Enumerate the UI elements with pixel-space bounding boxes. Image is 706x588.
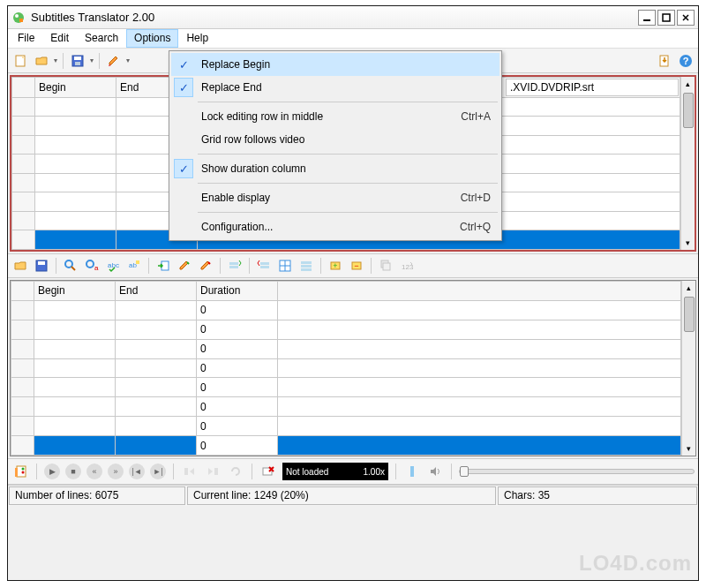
scroll-up-icon[interactable]: ▴: [686, 77, 690, 91]
frame-fwd-icon[interactable]: [204, 463, 222, 480]
cell-text[interactable]: [278, 397, 681, 417]
cell-begin[interactable]: [34, 417, 116, 436]
playlist-icon[interactable]: [11, 463, 29, 480]
help-icon[interactable]: ?: [677, 52, 695, 70]
menu-item-configuration[interactable]: Configuration...Ctrl+Q: [171, 215, 499, 238]
forward-button[interactable]: »: [108, 464, 124, 479]
table-row[interactable]: 0: [11, 397, 681, 417]
table-row[interactable]: 0: [11, 417, 681, 436]
grid-rows-icon[interactable]: [297, 257, 315, 275]
cell-begin[interactable]: [34, 358, 116, 378]
cell-begin[interactable]: [34, 436, 116, 456]
table-row[interactable]: 0: [11, 339, 681, 358]
vscrollbar[interactable]: ▴ ▾: [681, 281, 695, 456]
next-button[interactable]: ►|: [150, 464, 166, 479]
col-header-end[interactable]: End: [116, 282, 197, 301]
save2-icon[interactable]: [33, 257, 50, 275]
rewind-button[interactable]: «: [86, 464, 102, 479]
col-header-duration[interactable]: Duration: [197, 282, 278, 301]
cell-begin[interactable]: [34, 320, 116, 339]
menu-help[interactable]: Help: [178, 29, 216, 48]
seek-thumb[interactable]: [460, 466, 469, 477]
cell-text[interactable]: [278, 417, 681, 436]
spellcheck-all-icon[interactable]: ab: [125, 257, 143, 275]
cell-begin[interactable]: [34, 300, 116, 320]
play-button[interactable]: ▶: [44, 464, 60, 479]
search-replace-icon[interactable]: a: [83, 257, 101, 275]
menu-item-lock-editing-row-in-middle[interactable]: Lock editing row in middleCtrl+A: [171, 105, 499, 128]
cell-end[interactable]: [116, 397, 197, 417]
edit-row-icon[interactable]: [176, 257, 193, 275]
cell-begin[interactable]: [35, 192, 116, 212]
add-marker-icon[interactable]: +: [327, 257, 344, 275]
cell-duration[interactable]: 0: [197, 397, 278, 417]
scroll-thumb[interactable]: [684, 297, 695, 332]
insert-after-icon[interactable]: [255, 257, 273, 275]
table-row[interactable]: 0: [11, 300, 681, 320]
stop-button[interactable]: ■: [65, 464, 81, 479]
menu-item-show-duration-column[interactable]: ✓Show duration column: [171, 157, 499, 180]
new-file-icon[interactable]: [11, 52, 29, 70]
search-icon[interactable]: [62, 257, 79, 275]
minimize-button[interactable]: [638, 10, 656, 26]
cell-end[interactable]: [116, 417, 197, 436]
cell-text[interactable]: [278, 436, 681, 456]
cell-text[interactable]: [278, 300, 681, 320]
scroll-thumb[interactable]: [683, 93, 694, 128]
copy-down-icon[interactable]: [377, 257, 394, 275]
cell-begin[interactable]: [34, 378, 116, 397]
remove-marker-icon[interactable]: −: [348, 257, 365, 275]
cell-begin[interactable]: [34, 397, 116, 417]
scroll-down-icon[interactable]: ▾: [686, 236, 690, 250]
col-header-begin[interactable]: Begin: [35, 78, 116, 98]
cell-begin[interactable]: [35, 155, 116, 174]
menu-item-replace-end[interactable]: ✓Replace End: [171, 76, 499, 99]
target-grid[interactable]: Begin End Duration 00000000 ▴ ▾: [10, 280, 696, 456]
menu-edit[interactable]: Edit: [42, 29, 77, 48]
menu-file[interactable]: File: [10, 29, 42, 48]
cell-duration[interactable]: 0: [197, 339, 278, 358]
cell-duration[interactable]: 0: [197, 358, 278, 378]
frame-back-icon[interactable]: [181, 463, 199, 480]
menu-item-enable-display[interactable]: Enable displayCtrl+D: [171, 186, 499, 209]
cell-end[interactable]: [116, 358, 197, 378]
cell-duration[interactable]: 0: [197, 378, 278, 397]
cell-duration[interactable]: 0: [197, 320, 278, 339]
cell-text[interactable]: [278, 339, 681, 358]
volume-icon[interactable]: [426, 463, 444, 480]
export-icon[interactable]: [656, 52, 673, 70]
scroll-up-icon[interactable]: ▴: [687, 281, 691, 295]
table-row[interactable]: 0: [11, 378, 681, 397]
cell-duration[interactable]: 0: [197, 300, 278, 320]
open-file-icon[interactable]: [33, 52, 50, 70]
cell-begin[interactable]: [35, 230, 116, 250]
renumber-icon[interactable]: 123: [398, 257, 416, 275]
menu-item-replace-begin[interactable]: ✓Replace Begin: [171, 53, 499, 76]
cell-duration[interactable]: 0: [197, 417, 278, 436]
clear-video-icon[interactable]: [259, 463, 277, 480]
speed-slow-icon[interactable]: [403, 463, 421, 480]
col-header-text[interactable]: [278, 282, 681, 301]
cell-text[interactable]: [278, 320, 681, 339]
close-button[interactable]: [677, 10, 695, 26]
menu-item-grid-row-follows-video[interactable]: Grid row follows video: [171, 128, 499, 151]
save-icon[interactable]: [69, 52, 86, 70]
prev-button[interactable]: |◄: [129, 464, 145, 479]
import-row-icon[interactable]: [154, 257, 172, 275]
cell-end[interactable]: [116, 320, 197, 339]
table-row[interactable]: 0: [11, 436, 681, 456]
cell-begin[interactable]: [35, 211, 116, 230]
cell-begin[interactable]: [35, 173, 116, 192]
cell-begin[interactable]: [35, 135, 116, 155]
maximize-button[interactable]: [657, 10, 675, 26]
grid-icon[interactable]: [276, 257, 294, 275]
cell-begin[interactable]: [35, 97, 116, 117]
scroll-down-icon[interactable]: ▾: [687, 441, 691, 456]
loop-icon[interactable]: [227, 463, 244, 480]
delete-row-icon[interactable]: [197, 257, 214, 275]
cell-begin[interactable]: [34, 339, 116, 358]
open-file2-icon[interactable]: [11, 257, 29, 275]
table-row[interactable]: 0: [11, 320, 681, 339]
menu-search[interactable]: Search: [77, 29, 126, 48]
cell-end[interactable]: [116, 378, 197, 397]
